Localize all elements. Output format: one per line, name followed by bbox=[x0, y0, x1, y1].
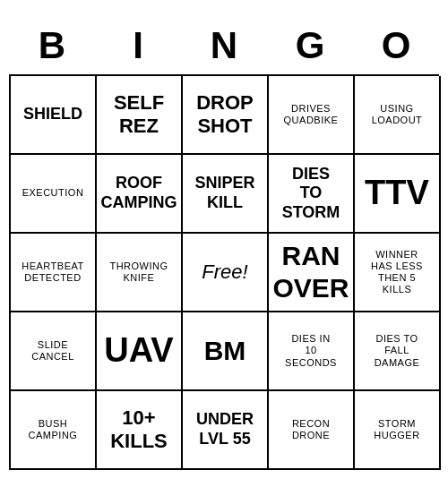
bingo-cell-24: STORMHUGGER bbox=[355, 391, 441, 470]
bingo-cell-19: DIES TOFALLDAMAGE bbox=[355, 312, 441, 391]
cell-text-3: DRIVESQUADBIKE bbox=[284, 103, 339, 126]
header-letter-i: I bbox=[99, 24, 177, 67]
header-letter-o: O bbox=[357, 24, 435, 67]
cell-text-21: 10+KILLS bbox=[110, 406, 168, 454]
bingo-cell-8: DIESTOSTORM bbox=[269, 155, 355, 234]
bingo-header: BINGO bbox=[9, 17, 439, 74]
cell-text-20: BUSHCAMPING bbox=[29, 418, 78, 441]
cell-text-13: RANOVER bbox=[272, 240, 349, 304]
cell-text-16: UAV bbox=[104, 330, 173, 372]
cell-text-5: EXECUTION bbox=[22, 187, 84, 199]
cell-text-9: TTV bbox=[365, 173, 429, 214]
bingo-cell-4: USINGLOADOUT bbox=[355, 76, 441, 155]
bingo-cell-14: WINNERHAS LESSTHEN 5KILLS bbox=[355, 234, 441, 312]
bingo-cell-22: UNDERLVL 55 bbox=[183, 391, 269, 470]
header-letter-b: B bbox=[13, 24, 91, 67]
bingo-cell-9: TTV bbox=[355, 155, 441, 234]
cell-text-11: THROWINGKNIFE bbox=[109, 261, 168, 284]
bingo-cell-7: SNIPERKILL bbox=[183, 155, 269, 234]
bingo-cell-13: RANOVER bbox=[269, 234, 355, 312]
cell-text-0: SHIELD bbox=[23, 105, 82, 124]
bingo-cell-3: DRIVESQUADBIKE bbox=[269, 76, 355, 155]
header-letter-n: N bbox=[185, 24, 263, 67]
bingo-cell-23: RECONDRONE bbox=[269, 391, 355, 470]
cell-text-17: BM bbox=[204, 335, 246, 367]
cell-text-4: USINGLOADOUT bbox=[372, 103, 423, 126]
cell-text-15: SLIDECANCEL bbox=[31, 339, 74, 363]
cell-text-24: STORMHUGGER bbox=[374, 418, 419, 441]
bingo-cell-18: DIES IN10SECONDS bbox=[269, 312, 355, 391]
bingo-cell-20: BUSHCAMPING bbox=[11, 391, 97, 470]
bingo-cell-17: BM bbox=[183, 312, 269, 391]
cell-text-14: WINNERHAS LESSTHEN 5KILLS bbox=[371, 249, 423, 296]
cell-text-23: RECONDRONE bbox=[292, 418, 330, 441]
bingo-cell-21: 10+KILLS bbox=[97, 391, 183, 470]
bingo-cell-6: ROOFCAMPING bbox=[97, 155, 183, 234]
bingo-card: BINGO SHIELDSELFREZDROPSHOTDRIVESQUADBIK… bbox=[9, 17, 439, 470]
bingo-cell-16: UAV bbox=[97, 312, 183, 391]
bingo-cell-12: Free! bbox=[183, 234, 269, 312]
cell-text-1: SELFREZ bbox=[114, 91, 164, 139]
bingo-cell-2: DROPSHOT bbox=[183, 76, 269, 155]
cell-text-8: DIESTOSTORM bbox=[282, 165, 340, 223]
bingo-cell-15: SLIDECANCEL bbox=[11, 312, 97, 391]
bingo-cell-11: THROWINGKNIFE bbox=[97, 234, 183, 312]
cell-text-7: SNIPERKILL bbox=[194, 174, 254, 212]
bingo-cell-1: SELFREZ bbox=[97, 76, 183, 155]
bingo-cell-5: EXECUTION bbox=[11, 155, 97, 234]
bingo-cell-0: SHIELD bbox=[11, 76, 97, 155]
bingo-grid: SHIELDSELFREZDROPSHOTDRIVESQUADBIKEUSING… bbox=[9, 74, 439, 470]
bingo-cell-10: HEARTBEATDETECTED bbox=[11, 234, 97, 312]
cell-text-2: DROPSHOT bbox=[196, 91, 254, 139]
cell-text-10: HEARTBEATDETECTED bbox=[22, 261, 84, 284]
cell-text-18: DIES IN10SECONDS bbox=[285, 333, 337, 369]
cell-text-22: UNDERLVL 55 bbox=[196, 410, 254, 449]
cell-text-19: DIES TOFALLDAMAGE bbox=[375, 333, 420, 369]
header-letter-g: G bbox=[271, 24, 349, 67]
cell-text-12: Free! bbox=[202, 261, 247, 284]
cell-text-6: ROOFCAMPING bbox=[101, 174, 177, 212]
